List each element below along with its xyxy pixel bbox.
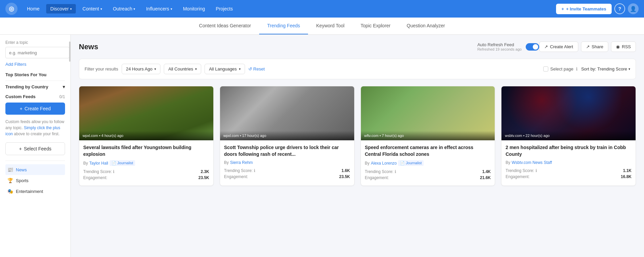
info-icon: ℹ [576,66,578,72]
card-title: Several lawsuits filed after Youngstown … [83,144,209,158]
sort-chevron-icon: ▾ [628,67,630,71]
auto-refresh-toggle[interactable] [526,43,539,51]
trending-score-row: Trending Score: ℹ 1.4K [365,169,491,174]
page-title: News [79,42,477,51]
nav-influencers[interactable]: Influencers ▾ [142,4,176,13]
trending-score-label: Trending Score: ℹ [224,168,255,173]
engagement-row: Engagement: 23.5K [224,174,350,179]
news-card[interactable]: wpxl.com • 17 hour(s) ago Scott Township… [220,86,355,186]
share-button[interactable]: ↗ Share [581,41,609,52]
tab-content-ideas[interactable]: Content Ideas Generator [191,18,259,34]
select-page-checkbox[interactable] [543,66,548,72]
engagement-row: Engagement: 21.6K [365,175,491,180]
tab-trending-feeds[interactable]: Trending Feeds [259,18,308,34]
simply-click-link[interactable]: Simply click the plus icon [5,125,60,136]
select-page-checkbox-label[interactable]: Select page [543,66,574,72]
content-header: News Auto Refresh Feed Refreshed 19 seco… [79,41,636,52]
reset-button[interactable]: ↺ Reset [248,66,265,72]
entertainment-label: Entertainment [16,189,43,194]
avatar[interactable]: 👤 [628,3,639,14]
author-badge: 📄 Journalist [398,160,424,166]
nav-home[interactable]: Home [23,4,43,13]
nav-projects[interactable]: Projects [212,4,237,13]
language-filter-dropdown[interactable]: All Languages ▾ [205,64,245,74]
tab-topic-explorer[interactable]: Topic Explorer [352,18,399,34]
sidebar-item-news[interactable]: 📰 News [5,164,65,175]
sidebar-item-entertainment[interactable]: 🎭 Entertainment [5,186,65,197]
country-chevron-icon: ▾ [195,67,197,71]
select-feeds-plus-icon: + [19,146,22,151]
engagement-value: 23.5K [339,174,350,179]
invite-teammates-button[interactable]: + + Invite Teammates [556,4,612,14]
card-body: Several lawsuits filed after Youngstown … [79,140,213,185]
card-image: wpxl.com • 17 hour(s) ago [220,86,354,140]
nav-outreach[interactable]: Outreach ▾ [109,4,140,13]
trending-score-value: 1.1K [623,168,632,173]
country-filter-dropdown[interactable]: All Countries ▾ [164,64,201,74]
tab-question-analyzer[interactable]: Question Analyzer [399,18,453,34]
card-source-time: wsbtv.com • 22 hour(s) ago [501,131,636,140]
rss-button[interactable]: ◉ RSS [611,41,636,52]
trending-score-row: Trending Score: ℹ 2.3K [83,169,209,174]
select-page-row: Select page ℹ [543,66,578,72]
create-feed-button[interactable]: + Create Feed [5,103,65,115]
card-title: 2 men hospitalized after being struck by… [505,144,632,158]
card-author: By Sierra Rehm [224,160,350,165]
news-card[interactable]: wftv.com • 7 hour(s) ago Speed enforceme… [361,86,495,186]
header-actions: ↗ Create Alert ↗ Share ◉ RSS [539,41,636,52]
nav-monitoring[interactable]: Monitoring [179,4,209,13]
author-link[interactable]: Wsbtv.com News Staff [512,160,552,165]
tab-keyword-tool[interactable]: Keyword Tool [308,18,352,34]
news-cards-grid: wpxl.com • 4 hour(s) ago Several lawsuit… [79,86,636,186]
author-link[interactable]: Sierra Rehm [230,160,253,165]
card-source-time: wpxl.com • 17 hour(s) ago [220,131,354,140]
trending-by-country-section[interactable]: Trending by Country ▾ [5,84,65,89]
add-filters-link[interactable]: Add Filters [5,62,65,67]
auto-refresh-text: Auto Refresh Feed Refreshed 19 seconds a… [477,42,521,51]
auto-refresh-section: Auto Refresh Feed Refreshed 19 seconds a… [477,42,539,51]
select-feeds-button[interactable]: + Select Feeds [5,142,65,155]
custom-feeds-label: Custom Feeds [5,94,36,99]
topic-input-row: 🔍 [5,47,65,58]
card-body: 2 men hospitalized after being struck by… [501,140,636,184]
trending-score-label: Trending Score: ℹ [365,169,396,174]
create-alert-button[interactable]: ↗ Create Alert [539,41,578,52]
help-button[interactable]: ? [614,3,625,14]
influencers-chevron-icon: ▾ [171,7,172,11]
topic-label: Enter a topic [5,40,65,45]
trending-score-value: 2.3K [201,169,209,174]
create-feed-plus-icon: + [20,106,22,111]
engagement-label: Engagement: [365,175,389,180]
trending-score-label: Trending Score: ℹ [83,169,115,174]
news-card[interactable]: wpxl.com • 4 hour(s) ago Several lawsuit… [79,86,214,186]
sidebar-item-sports[interactable]: 🏆 Sports [5,175,65,186]
info-circle-icon: ℹ [254,168,255,173]
card-image: wpxl.com • 4 hour(s) ago [79,86,213,140]
card-source-time: wftv.com • 7 hour(s) ago [361,131,495,140]
auto-refresh-label: Auto Refresh Feed [477,42,521,47]
engagement-row: Engagement: 23.5K [83,175,209,180]
outreach-chevron-icon: ▾ [133,7,135,11]
language-chevron-icon: ▾ [239,67,241,71]
nav-content[interactable]: Content ▾ [79,4,106,13]
card-author: By Taylor Hall 📄 Journalist [83,160,209,166]
author-link[interactable]: Alexa Lorenzo [371,161,397,166]
sidebar-hint: Custom feeds allow you to follow any top… [5,119,65,137]
author-badge: 📄 Journalist [110,160,135,166]
engagement-label: Engagement: [83,175,107,180]
author-link[interactable]: Taylor Hall [89,161,108,166]
sort-dropdown[interactable]: Sort by: Trending Score ▾ [581,66,630,72]
entertainment-icon: 🎭 [7,189,13,194]
time-filter-dropdown[interactable]: 24 Hours Ago ▾ [122,64,161,74]
trending-score-value: 1.4K [482,169,491,174]
scroll-indicator [69,41,70,62]
news-card[interactable]: wsbtv.com • 22 hour(s) ago 2 men hospita… [501,86,636,186]
alert-icon: ↗ [544,44,548,49]
main-content: News Auto Refresh Feed Refreshed 19 seco… [71,35,644,257]
news-icon: 📰 [7,167,13,172]
filter-bar: Filter your results 24 Hours Ago ▾ All C… [79,59,636,79]
engagement-label: Engagement: [505,174,529,179]
filter-label: Filter your results [85,66,118,72]
topic-input[interactable] [5,47,69,58]
nav-discover[interactable]: Discover ▾ [46,4,75,13]
